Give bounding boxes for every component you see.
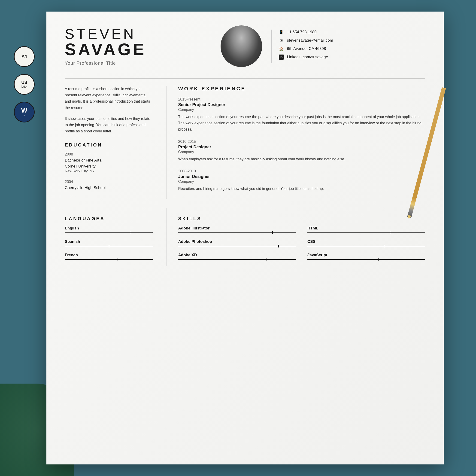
header-divider: [65, 79, 425, 79]
lang-english: English: [65, 226, 153, 233]
skill-html-name: HTML: [307, 226, 425, 231]
work-title-2: Project Designer: [178, 145, 425, 149]
skill-css-bar: [307, 246, 425, 246]
education-entry-1: 2008 Bachelor of Fine Arts,Cornell Unive…: [65, 152, 153, 173]
skill-adobe-xd: Adobe XD: [178, 253, 296, 260]
address-text: 6th Avenue, CA 46598: [287, 46, 326, 51]
skill-photoshop-name: Adobe Photoshop: [178, 239, 296, 244]
edu-location-1: New York City, NY: [65, 169, 153, 173]
lang-spanish: Spanish: [65, 239, 153, 246]
work-company-2: Company: [178, 150, 425, 154]
lang-spanish-name: Spanish: [65, 239, 153, 244]
name-section: STEVEN SAVAGE Your Professional Title: [65, 27, 211, 66]
work-desc-3: Recruiters and hiring managers know what…: [178, 186, 425, 192]
skill-js-bar: [307, 259, 425, 260]
work-company-3: Company: [178, 179, 425, 184]
work-desc-1: The work experience section of your resu…: [178, 114, 425, 133]
skill-xd-name: Adobe XD: [178, 253, 296, 257]
work-years-3: 2008-2010: [178, 169, 425, 173]
skill-xd-bar: [178, 259, 296, 260]
lang-french-name: French: [65, 253, 153, 257]
contact-email: ✉ stevensavage@email.com: [279, 38, 425, 43]
resume-paper: STEVEN SAVAGE Your Professional Title 📱 …: [46, 12, 444, 464]
resume-header: STEVEN SAVAGE Your Professional Title 📱 …: [65, 25, 425, 72]
word-lines-icon: ≡: [24, 114, 25, 117]
skill-html: HTML: [307, 226, 425, 233]
lang-french-bar: [65, 259, 153, 260]
work-years-1: 2015-Present: [178, 97, 425, 102]
us-sublabel: letter: [21, 85, 28, 88]
lang-french: French: [65, 253, 153, 260]
professional-title: Your Professional Title: [65, 61, 211, 66]
work-title-3: Junior Designer: [178, 174, 425, 179]
phone-icon: 📱: [279, 30, 284, 35]
main-content: A resume profile is a short section in w…: [65, 86, 425, 199]
profile-paragraph-2: It showcases your best qualities and how…: [65, 116, 153, 135]
skill-photoshop-bar: [178, 246, 296, 246]
work-entry-2: 2010-2015 Project Designer Company When …: [178, 140, 425, 162]
linkedin-url: Linkedin.com/st.savage: [287, 55, 328, 59]
work-entry-3: 2008-2010 Junior Designer Company Recrui…: [178, 169, 425, 192]
right-column: WORK EXPERIENCE 2015-Present Senior Proj…: [167, 86, 425, 199]
photo-silhouette: [221, 25, 262, 67]
phone-number: +1 654 798 1980: [287, 30, 317, 35]
email-icon: ✉: [279, 38, 284, 43]
bottom-section: LANGUAGES English Spanish French: [65, 208, 425, 266]
skill-js-name: JavaScript: [307, 253, 425, 257]
contact-section: 📱 +1 654 798 1980 ✉ stevensavage@email.c…: [271, 30, 425, 63]
work-experience-heading: WORK EXPERIENCE: [178, 86, 425, 92]
location-icon: 🏠: [279, 46, 284, 51]
left-column: A resume profile is a short section in w…: [65, 86, 153, 199]
languages-section: LANGUAGES English Spanish French: [65, 208, 153, 266]
edu-year-2: 2004: [65, 180, 153, 184]
profile-paragraph-1: A resume profile is a short section in w…: [65, 86, 153, 111]
profile-photo: [221, 25, 262, 67]
word-icon: W: [21, 107, 27, 114]
a4-badge: A4: [14, 46, 35, 67]
last-name: SAVAGE: [65, 41, 211, 58]
contact-linkedin: in Linkedin.com/st.savage: [279, 54, 425, 60]
lang-spanish-bar: [65, 246, 153, 246]
skills-heading: SKILLS: [178, 216, 425, 221]
linkedin-icon: in: [279, 54, 284, 60]
work-desc-2: When employers ask for a resume, they ar…: [178, 156, 425, 162]
lang-english-name: English: [65, 226, 153, 231]
lang-english-bar: [65, 232, 153, 233]
a4-label: A4: [21, 54, 27, 59]
word-badge: W ≡: [14, 102, 35, 123]
skill-javascript: JavaScript: [307, 253, 425, 260]
skill-adobe-photoshop: Adobe Photoshop: [178, 239, 296, 246]
work-years-2: 2010-2015: [178, 140, 425, 144]
work-entry-1: 2015-Present Senior Project Designer Com…: [178, 97, 425, 133]
us-label: US: [21, 80, 27, 85]
education-heading: EDUCATION: [65, 142, 153, 148]
skill-adobe-illustrator: Adobe Illustrator: [178, 226, 296, 233]
skill-css: CSS: [307, 239, 425, 246]
email-address: stevensavage@email.com: [287, 38, 333, 43]
edu-degree-1: Bachelor of Fine Arts,Cornell University: [65, 157, 153, 169]
work-title-1: Senior Project Designer: [178, 102, 425, 107]
edu-year-1: 2008: [65, 152, 153, 157]
first-name: STEVEN: [65, 27, 211, 41]
skill-illustrator-bar: [178, 232, 296, 233]
skills-grid: Adobe Illustrator HTML Adobe Photoshop: [178, 226, 425, 266]
us-letter-badge: US letter: [14, 74, 35, 95]
skill-html-bar: [307, 232, 425, 233]
contact-phone: 📱 +1 654 798 1980: [279, 30, 425, 35]
work-company-1: Company: [178, 108, 425, 112]
edu-degree-2: Cherryville High School: [65, 185, 153, 191]
languages-heading: LANGUAGES: [65, 216, 153, 221]
skill-css-name: CSS: [307, 239, 425, 244]
education-entry-2: 2004 Cherryville High School: [65, 180, 153, 191]
contact-address: 🏠 6th Avenue, CA 46598: [279, 46, 425, 51]
format-badges: A4 US letter W ≡: [14, 46, 35, 123]
skills-section: SKILLS Adobe Illustrator HTML Adobe Phot…: [167, 208, 425, 266]
skill-illustrator-name: Adobe Illustrator: [178, 226, 296, 231]
